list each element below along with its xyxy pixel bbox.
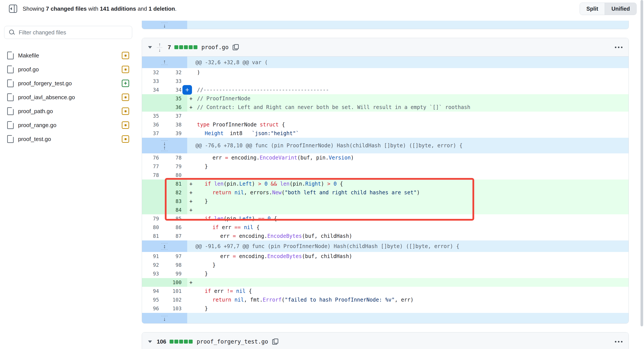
file-tree-item-proof-path-go[interactable]: proof_path.go — [4, 104, 132, 118]
new-line-number[interactable]: 35 — [164, 94, 187, 103]
copy-path-icon[interactable] — [232, 44, 239, 51]
new-line-number[interactable]: 36 — [164, 103, 187, 112]
code-line: err = encoding.EncodeVarint(buf, pin.Ver… — [197, 155, 354, 161]
collapse-arrow-icon — [10, 7, 12, 10]
new-line-number[interactable]: 39 — [164, 129, 187, 138]
file-icon — [7, 66, 14, 73]
code-cell: } — [187, 269, 628, 278]
diff-main-column: ·····↓ ↑·····↓ 7 proof.go ↑·····@@ -32,6… — [142, 18, 629, 349]
expand-hunk-button[interactable]: ↑····· — [142, 57, 187, 68]
code-line: err = encoding.EncodeBytes(buf, childHas… — [197, 233, 352, 239]
old-line-number[interactable] — [142, 188, 164, 197]
old-line-number[interactable]: 95 — [142, 295, 164, 304]
old-line-number[interactable]: 81 — [142, 232, 164, 240]
file-tree-item-proof-test-go[interactable]: proof_test.go — [4, 132, 132, 146]
code-cell: } — [187, 304, 628, 313]
new-line-number[interactable]: 83 — [164, 197, 187, 206]
old-line-number[interactable]: 79 — [142, 214, 164, 223]
new-line-number[interactable]: 85 — [164, 214, 187, 223]
file-tree-item-proof-go[interactable]: proof.go — [4, 63, 132, 76]
context-code-row: 9399 } — [142, 269, 628, 278]
code-line: if len(pin.Left) > 0 && len(pin.Right) >… — [197, 181, 343, 187]
new-line-number[interactable]: 97 — [164, 252, 187, 261]
file-name-link[interactable]: proof_forgery_test.go — [196, 338, 268, 345]
kebab-menu-icon[interactable] — [615, 341, 622, 342]
old-line-number[interactable] — [142, 94, 164, 103]
new-line-number[interactable]: 103 — [164, 304, 187, 313]
file-tree-item-proof-forgery-test-go[interactable]: proof_forgery_test.go — [4, 76, 132, 90]
code-cell: } — [187, 261, 628, 269]
vertical-scrollbar[interactable] — [640, 0, 643, 326]
old-line-number[interactable]: 93 — [142, 269, 164, 278]
new-line-number[interactable]: 38 — [164, 120, 187, 129]
code-cell: +// ProofInnerNode — [187, 94, 628, 103]
new-line-number[interactable]: 100 — [164, 278, 187, 287]
chevron-down-icon[interactable] — [148, 46, 152, 49]
expand-hunk-button[interactable]: ·····↓↑····· — [142, 138, 187, 153]
old-line-number[interactable]: 94 — [142, 287, 164, 295]
new-line-number[interactable]: 32 — [164, 68, 187, 77]
new-line-number[interactable]: 87 — [164, 232, 187, 240]
search-icon — [9, 29, 15, 36]
kebab-menu-icon[interactable] — [615, 47, 622, 48]
deletions-count: 1 deletion — [148, 6, 175, 12]
added-code-row: 81+ if len(pin.Left) > 0 && len(pin.Righ… — [142, 180, 628, 188]
new-line-number[interactable]: 84 — [164, 206, 187, 214]
split-view-button[interactable]: Split — [580, 3, 605, 15]
addition-marker: + — [189, 180, 192, 188]
new-line-number[interactable]: 79 — [164, 162, 187, 171]
old-line-number[interactable]: 35 — [142, 112, 164, 120]
file-filter-box — [4, 26, 132, 39]
code-line: } — [197, 163, 208, 169]
chevron-down-icon[interactable] — [148, 340, 152, 343]
old-line-number[interactable]: 33 — [142, 77, 164, 86]
old-line-number[interactable]: 36 — [142, 120, 164, 129]
old-line-number[interactable]: 92 — [142, 261, 164, 269]
old-line-number[interactable]: 80 — [142, 223, 164, 232]
added-code-row: 100+ — [142, 278, 628, 287]
file-tree-toggle-icon[interactable] — [8, 4, 18, 14]
hunk-row: ↑·····@@ -32,6 +32,8 @@ var ( — [142, 57, 628, 68]
new-line-number[interactable]: 82 — [164, 188, 187, 197]
new-line-number[interactable]: 80 — [164, 171, 187, 180]
expand-hunk-button[interactable]: ·····↕····· — [142, 240, 187, 252]
new-line-number[interactable]: 99 — [164, 269, 187, 278]
old-line-number[interactable] — [142, 206, 164, 214]
new-line-number[interactable]: 86 — [164, 223, 187, 232]
unified-view-button[interactable]: Unified — [605, 3, 636, 15]
old-line-number[interactable]: 78 — [142, 171, 164, 180]
expand-down-button[interactable]: ·····↓ — [142, 21, 187, 29]
added-code-row: 84+ — [142, 206, 628, 214]
old-line-number[interactable]: 96 — [142, 304, 164, 313]
file-tree-item-makefile[interactable]: Makefile — [4, 49, 132, 63]
add-comment-button[interactable]: + — [182, 85, 192, 95]
expand-all-icon[interactable]: ↑·····↓ — [157, 43, 163, 52]
new-line-number[interactable]: 78 — [164, 153, 187, 162]
addition-marker: + — [189, 103, 192, 112]
new-line-number[interactable]: 37 — [164, 112, 187, 120]
old-line-number[interactable]: 34 — [142, 86, 164, 94]
old-line-number[interactable] — [142, 278, 164, 287]
old-line-number[interactable] — [142, 103, 164, 112]
file-tree-item-proof-iavl-absence-go[interactable]: proof_iavl_absence.go — [4, 90, 132, 104]
file-header: 106 proof_forgery_test.go — [142, 332, 628, 349]
file-filter-input[interactable] — [18, 29, 128, 36]
old-line-number[interactable] — [142, 180, 164, 188]
old-line-number[interactable]: 32 — [142, 68, 164, 77]
old-line-number[interactable]: 77 — [142, 162, 164, 171]
new-line-number[interactable]: 81 — [164, 180, 187, 188]
expand-down-button[interactable]: ·····↓ — [142, 313, 187, 323]
old-line-number[interactable] — [142, 197, 164, 206]
new-line-number[interactable]: 98 — [164, 261, 187, 269]
old-line-number[interactable]: 76 — [142, 153, 164, 162]
expand-both_tall-icon: ·····↓↑····· — [161, 139, 168, 152]
expand-down-icon: ·····↓ — [161, 22, 168, 28]
file-tree-item-proof-range-go[interactable]: proof_range.go — [4, 118, 132, 132]
new-line-number[interactable]: 102 — [164, 295, 187, 304]
new-line-number[interactable]: 33 — [164, 77, 187, 86]
file-name-link[interactable]: proof.go — [201, 44, 228, 51]
old-line-number[interactable]: 37 — [142, 129, 164, 138]
copy-path-icon[interactable] — [272, 338, 278, 345]
new-line-number[interactable]: 101 — [164, 287, 187, 295]
old-line-number[interactable]: 91 — [142, 252, 164, 261]
